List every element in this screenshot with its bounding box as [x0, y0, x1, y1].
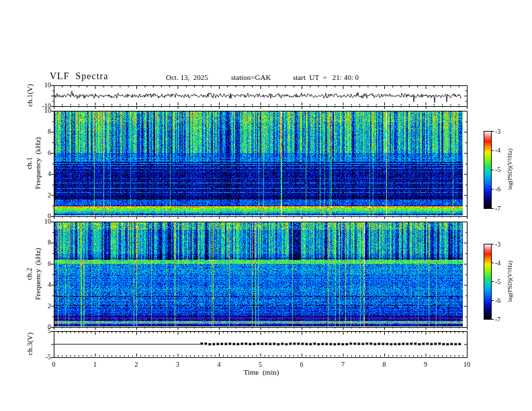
- ch1-volt-tick-label: -10: [35, 103, 51, 109]
- ch2-freq-tick-label: 6: [35, 261, 51, 267]
- ch2-freq-tick-label: 8: [35, 239, 51, 246]
- ch1-freq-tick-label: 4: [35, 171, 51, 177]
- x-tick-label: 5: [253, 361, 269, 368]
- x-tick-label: 2: [128, 361, 144, 368]
- x-tick-label: 6: [294, 361, 310, 368]
- x-tick-label: 1: [87, 361, 103, 368]
- x-tick-label: 0: [46, 361, 62, 368]
- vlf-spectra-figure: VLF Spectra Oct. 13, 2025 station=GAK st…: [0, 0, 532, 411]
- ch2-freq-tick-label: 4: [35, 281, 51, 288]
- colorbar-tick-label: -5: [495, 167, 510, 173]
- x-tick-label: 8: [376, 361, 392, 368]
- colorbar-tick-label: -6: [495, 298, 510, 304]
- x-tick-label: 7: [335, 361, 351, 368]
- ch3-volt-tick-label: 5: [35, 328, 51, 334]
- ch2-freq-tick-label: 2: [35, 303, 51, 310]
- colorbar-tick-label: -7: [495, 316, 510, 323]
- colorbar-tick-label: -5: [495, 279, 510, 285]
- ch1-freq-tick-label: 8: [35, 128, 51, 135]
- ch1-volt-tick-label: 10: [35, 82, 51, 89]
- colorbar-tick-label: -6: [495, 186, 510, 193]
- colorbar-tick-label: -4: [495, 147, 510, 154]
- colorbar-tick-label: -4: [495, 260, 510, 267]
- x-tick-label: 4: [211, 361, 227, 368]
- x-tick-label: 9: [418, 361, 434, 368]
- ch3-volt-tick-label: -5: [35, 354, 51, 361]
- ch1-freq-tick-label: 2: [35, 192, 51, 199]
- tick-label-layer: 0123456789101086420108642010-105-5-3-4-5…: [0, 0, 532, 411]
- x-tick-label: 3: [170, 361, 186, 368]
- colorbar-tick-label: -3: [495, 128, 510, 135]
- x-tick-label: 10: [459, 361, 475, 368]
- ch1-freq-tick-label: 6: [35, 150, 51, 156]
- colorbar-tick-label: -7: [495, 205, 510, 212]
- colorbar-tick-label: -3: [495, 241, 510, 248]
- ch2-freq-tick-label: 10: [35, 218, 51, 225]
